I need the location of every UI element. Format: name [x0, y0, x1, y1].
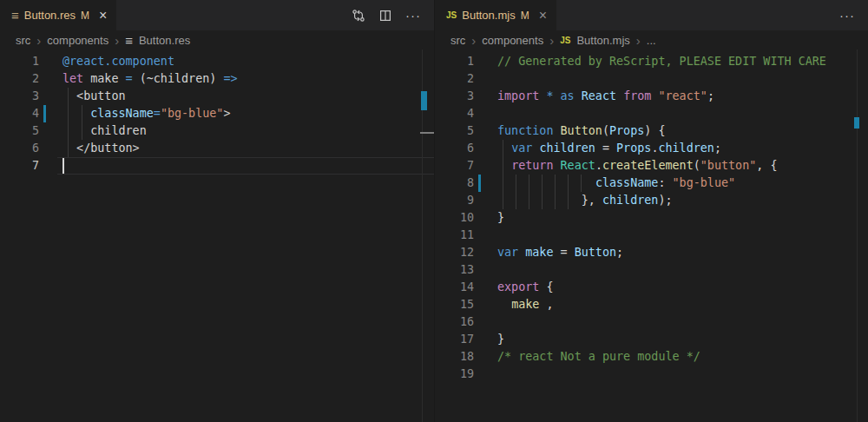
line-number: 6: [0, 140, 39, 157]
line-number: 6: [435, 140, 474, 157]
code-text: className: "bg-blue": [474, 175, 735, 192]
line-number: 9: [435, 192, 474, 209]
chevron-right-icon: ›: [636, 34, 641, 47]
code-line[interactable]: 6 </button>: [0, 140, 434, 157]
js-file-icon: JS: [560, 36, 570, 45]
code-line[interactable]: 13: [435, 261, 868, 279]
code-line[interactable]: 17}: [435, 331, 868, 348]
code-line[interactable]: 19: [435, 366, 868, 383]
editor-right[interactable]: 1// Generated by ReScript, PLEASE EDIT W…: [435, 49, 868, 422]
editor-left[interactable]: 1@react.component2let make = (~children)…: [0, 49, 434, 422]
code-line[interactable]: 18/* react Not a pure module */: [435, 348, 868, 366]
code-line[interactable]: 9 }, children);: [435, 192, 868, 209]
code-line[interactable]: 16: [435, 313, 868, 331]
gutter-modified-indicator: [43, 105, 46, 122]
code-text: <button: [39, 88, 126, 105]
code-line[interactable]: 3 <button: [0, 88, 434, 105]
line-number: 15: [435, 296, 474, 313]
modified-badge: M: [521, 10, 529, 22]
tab-button-mjs[interactable]: JS Button.mjs M ×: [435, 0, 556, 30]
code-line[interactable]: 5 children: [0, 122, 434, 140]
code-text: }, children);: [474, 192, 673, 209]
code-text: [474, 261, 497, 279]
more-actions-icon[interactable]: ···: [405, 8, 421, 23]
code-line[interactable]: 4: [435, 105, 868, 122]
chevron-right-icon: ›: [36, 34, 41, 47]
code-text: [474, 313, 497, 331]
line-number: 8: [435, 175, 474, 192]
code-text: className="bg-blue">: [39, 105, 231, 122]
code-line[interactable]: 5function Button(Props) {: [435, 122, 868, 140]
line-number: 12: [435, 244, 474, 261]
code-line[interactable]: 11: [435, 227, 868, 244]
line-number: 13: [435, 261, 474, 279]
code-text: import * as React from "react";: [474, 88, 714, 105]
code-text: export {: [474, 279, 554, 296]
line-number: 3: [0, 88, 39, 105]
chevron-right-icon: ›: [471, 34, 476, 47]
breadcrumb-components[interactable]: components: [47, 34, 108, 47]
line-number: 1: [0, 53, 39, 70]
code-line[interactable]: 1@react.component: [0, 53, 434, 70]
code-line[interactable]: 2let make = (~children) =>: [0, 70, 434, 88]
breadcrumbs-right: src › components › JS Button.mjs › ...: [435, 30, 868, 49]
breadcrumb-components[interactable]: components: [482, 34, 543, 47]
line-number: 5: [0, 122, 39, 140]
line-number: 7: [435, 157, 474, 175]
code-line[interactable]: 7: [0, 157, 434, 175]
code-text: [39, 157, 62, 175]
breadcrumb-src[interactable]: src: [16, 34, 30, 47]
overview-ruler-modified-marker: [854, 117, 859, 129]
code-line[interactable]: 15 make ,: [435, 296, 868, 313]
code-text: }: [474, 331, 504, 348]
editor-group-right: JS Button.mjs M × ··· src › components ›…: [434, 0, 868, 422]
code-line[interactable]: 12var make = Button;: [435, 244, 868, 261]
code-text: [474, 227, 497, 244]
code-text: var make = Button;: [474, 244, 623, 261]
editor-actions-right: ···: [839, 0, 868, 30]
code-text: children: [39, 122, 147, 140]
code-line[interactable]: 6 var children = Props.children;: [435, 140, 868, 157]
code-line[interactable]: 8 className: "bg-blue": [435, 175, 868, 192]
open-changes-icon[interactable]: [352, 9, 365, 23]
code-text: </button>: [39, 140, 140, 157]
code-text: let make = (~children) =>: [39, 70, 238, 88]
tab-title: Button.res: [24, 9, 76, 22]
tabbar-right: JS Button.mjs M × ···: [435, 0, 868, 30]
line-number: 11: [435, 227, 474, 244]
breadcrumb-file[interactable]: Button.mjs: [576, 34, 629, 47]
more-actions-icon[interactable]: ···: [839, 8, 855, 23]
line-number: 16: [435, 313, 474, 331]
split-editor-icon[interactable]: [378, 9, 392, 23]
line-number: 4: [0, 105, 39, 122]
tab-title: Button.mjs: [462, 9, 515, 22]
code-line[interactable]: 2: [435, 70, 868, 88]
breadcrumb-src[interactable]: src: [450, 34, 465, 47]
code-line[interactable]: 14export {: [435, 279, 868, 296]
close-tab-icon[interactable]: ×: [99, 9, 107, 23]
code-line[interactable]: 1// Generated by ReScript, PLEASE EDIT W…: [435, 53, 868, 70]
code-line[interactable]: 10}: [435, 209, 868, 227]
breadcrumb-symbol-ellipsis[interactable]: ...: [647, 34, 656, 47]
code-line[interactable]: 4 className="bg-blue">: [0, 105, 434, 122]
editor-group-left: ≡ Button.res M ×: [0, 0, 434, 422]
res-file-icon: ≡: [125, 34, 133, 47]
close-tab-icon[interactable]: ×: [539, 9, 547, 23]
line-number: 10: [435, 209, 474, 227]
line-number: 19: [435, 366, 474, 383]
gutter-modified-indicator: [478, 175, 481, 192]
line-number: 5: [435, 122, 474, 140]
line-number: 18: [435, 348, 474, 366]
code-line[interactable]: 3import * as React from "react";: [435, 88, 868, 105]
breadcrumbs-left: src › components › ≡ Button.res: [0, 30, 434, 49]
line-number: 7: [0, 157, 39, 175]
line-number: 1: [435, 53, 474, 70]
overview-ruler-modified-marker: [421, 91, 427, 110]
res-file-icon: ≡: [11, 9, 19, 22]
breadcrumb-file[interactable]: Button.res: [139, 34, 190, 47]
js-file-icon: JS: [446, 10, 457, 20]
code-text: // Generated by ReScript, PLEASE EDIT WI…: [474, 53, 826, 70]
code-text: @react.component: [39, 53, 174, 70]
code-line[interactable]: 7 return React.createElement("button", {: [435, 157, 868, 175]
tab-button-res[interactable]: ≡ Button.res M ×: [0, 0, 116, 30]
